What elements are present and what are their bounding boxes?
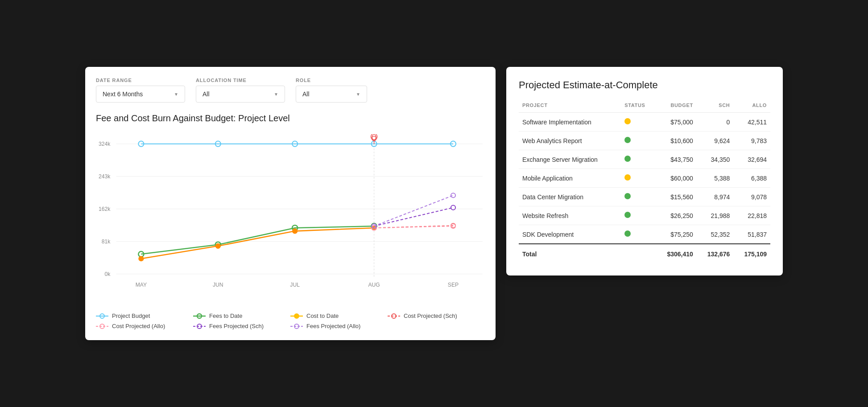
allocation-time-chevron-icon: ▼ [274,92,278,97]
legend-fees-to-date-label: Fees to Date [209,312,242,319]
cell-allo: 51,837 [733,225,770,244]
cell-budget: $75,250 [656,225,697,244]
legend-project-budget-label: Project Budget [112,312,150,319]
svg-text:243k: 243k [99,173,111,180]
chart-area: 324k 243k 162k 81k 0k MAY JUN JUL AUG SE… [96,134,485,304]
svg-text:JUL: JUL [290,282,300,288]
cell-project: Web Analytics Report [519,132,621,150]
cell-project: Data Center Migration [519,188,621,206]
table-row: Exchange Server Migration $43,750 34,350… [519,150,770,169]
table-row: Website Refresh $26,250 21,988 22,818 [519,206,770,225]
main-container: DATE RANGE Next 6 Months ▼ ALLOCATION TI… [85,67,783,340]
cell-status [621,188,655,206]
svg-text:81k: 81k [102,238,111,245]
svg-point-40 [451,206,455,210]
col-status: STATUS [621,100,655,113]
role-select[interactable]: All ▼ [296,86,367,103]
cell-budget: $60,000 [656,169,697,188]
allocation-time-value: All [203,90,210,98]
cell-sch: 8,974 [697,188,734,206]
cell-status [621,225,655,244]
status-indicator [624,174,631,181]
role-value: All [302,90,310,98]
date-range-value: Next 6 Months [103,90,143,98]
right-panel: Projected Estimate-at-Complete PROJECT S… [506,67,783,275]
projected-table: PROJECT STATUS BUDGET SCH ALLO Software … [519,100,770,263]
svg-point-29 [216,244,220,248]
total-allo: 175,109 [733,244,770,263]
cell-project: Exchange Server Migration [519,150,621,169]
status-indicator [624,212,631,218]
legend-project-budget: Project Budget [96,312,193,319]
svg-line-35 [374,226,453,228]
cell-allo: 42,511 [733,113,770,132]
cell-budget: $43,750 [656,150,697,169]
date-range-select[interactable]: Next 6 Months ▼ [96,86,185,103]
chart-legend: Project Budget Fees to Date Cost to Date… [96,312,485,329]
allocation-time-select[interactable]: All ▼ [196,86,285,103]
cell-allo: 9,783 [733,132,770,150]
legend-fees-projected-sch: Fees Projected (Sch) [193,323,290,329]
svg-text:SEP: SEP [448,282,459,288]
cell-project: SDK Development [519,225,621,244]
allocation-time-filter: ALLOCATION TIME All ▼ [196,78,285,103]
status-indicator [624,156,631,162]
svg-line-32 [374,226,453,228]
cell-budget: $15,560 [656,188,697,206]
cell-sch: 34,350 [697,150,734,169]
total-budget: $306,410 [656,244,697,263]
cell-project: Website Refresh [519,206,621,225]
cell-status [621,206,655,225]
date-range-label: DATE RANGE [96,78,185,83]
col-project: PROJECT [519,100,621,113]
legend-cost-projected-allo-label: Cost Projected (Allo) [112,323,165,329]
cell-status [621,113,655,132]
col-sch: SCH [697,100,734,113]
svg-text:JUN: JUN [213,282,223,288]
chart-svg: 324k 243k 162k 81k 0k MAY JUN JUL AUG SE… [96,134,485,304]
total-sch: 132,676 [697,244,734,263]
cell-allo: 9,078 [733,188,770,206]
date-range-filter: DATE RANGE Next 6 Months ▼ [96,78,185,103]
chart-title: Fee and Cost Burn Against Budget: Projec… [96,113,485,123]
legend-cost-to-date-label: Cost to Date [306,312,339,319]
cell-allo: 32,694 [733,150,770,169]
cell-budget: $10,600 [656,132,697,150]
table-row: Mobile Application $60,000 5,388 6,388 [519,169,770,188]
svg-point-43 [451,193,455,197]
legend-fees-projected-allo-label: Fees Projected (Allo) [306,323,360,329]
cell-allo: 22,818 [733,206,770,225]
status-indicator [624,118,631,124]
svg-text:0k: 0k [105,271,111,277]
table-row: Software Implementation $75,000 0 42,511 [519,113,770,132]
table-row: Data Center Migration $15,560 8,974 9,07… [519,188,770,206]
allocation-time-label: ALLOCATION TIME [196,78,285,83]
total-status-empty [621,244,655,263]
col-allo: ALLO [733,100,770,113]
legend-cost-to-date: Cost to Date [290,312,388,319]
svg-text:162k: 162k [99,206,111,212]
svg-text:MAY: MAY [136,282,147,288]
legend-cost-projected-sch-label: Cost Projected (Sch) [404,312,457,319]
table-row: SDK Development $75,250 52,352 51,837 [519,225,770,244]
cell-budget: $26,250 [656,206,697,225]
svg-point-49 [294,314,299,318]
filters-row: DATE RANGE Next 6 Months ▼ ALLOCATION TI… [96,78,485,103]
cell-budget: $75,000 [656,113,697,132]
role-filter: ROLE All ▼ [296,78,367,103]
cell-sch: 5,388 [697,169,734,188]
cell-sch: 0 [697,113,734,132]
svg-text:AUG: AUG [368,282,380,288]
status-indicator [624,137,631,143]
svg-text:324k: 324k [99,141,111,147]
total-row: Total $306,410 132,676 175,109 [519,244,770,263]
date-range-chevron-icon: ▼ [174,92,178,97]
col-budget: BUDGET [656,100,697,113]
cell-sch: 9,624 [697,132,734,150]
legend-cost-projected-sch: Cost Projected (Sch) [388,312,485,319]
cell-project: Software Implementation [519,113,621,132]
right-panel-title: Projected Estimate-at-Complete [519,79,770,91]
legend-fees-to-date: Fees to Date [193,312,290,319]
cell-project: Mobile Application [519,169,621,188]
cell-status [621,150,655,169]
